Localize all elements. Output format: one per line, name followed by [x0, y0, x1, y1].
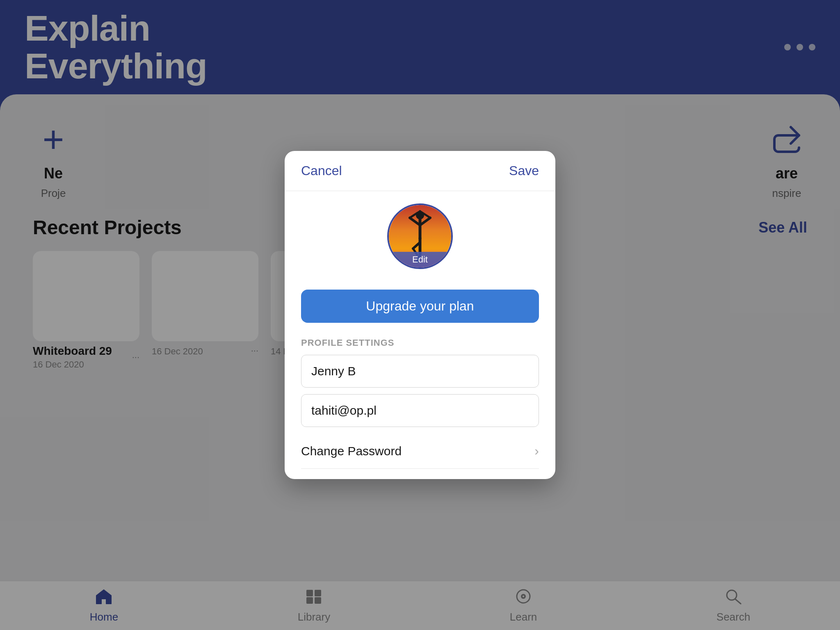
email-input[interactable] [301, 394, 539, 427]
modal-body: Edit Upgrade your plan PROFILE SETTINGS … [285, 191, 555, 479]
upgrade-button[interactable]: Upgrade your plan [301, 290, 539, 323]
profile-section-label: PROFILE SETTINGS [301, 338, 539, 348]
change-password-row[interactable]: Change Password › [301, 434, 539, 469]
name-input[interactable] [301, 355, 539, 388]
avatar-circle: Edit [387, 203, 453, 269]
modal-overlay[interactable]: Cancel Save [0, 0, 840, 630]
cancel-button[interactable]: Cancel [301, 163, 342, 178]
save-button[interactable]: Save [509, 163, 539, 178]
avatar-wrapper[interactable]: Edit [387, 203, 453, 277]
avatar-section: Edit [301, 203, 539, 277]
modal-header: Cancel Save [285, 151, 555, 191]
change-password-label: Change Password [301, 444, 402, 458]
profile-modal: Cancel Save [285, 151, 555, 479]
avatar-edit-label: Edit [389, 252, 451, 267]
chevron-right-icon: › [534, 443, 539, 459]
